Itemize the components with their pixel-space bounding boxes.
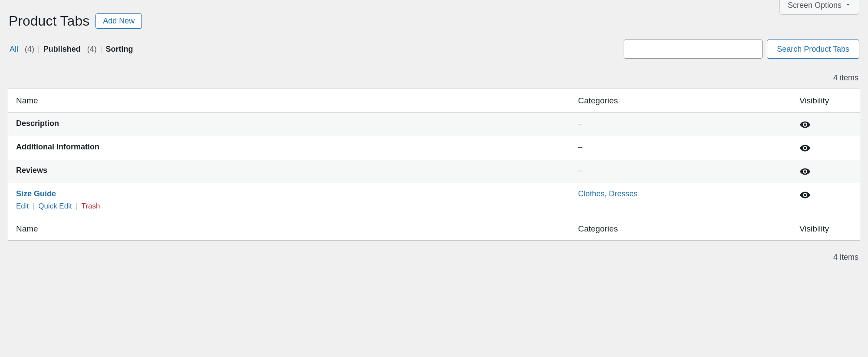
cell-name: Size GuideEdit | Quick Edit | Trash bbox=[8, 183, 570, 217]
eye-icon[interactable] bbox=[799, 119, 852, 130]
column-footer-visibility: Visibility bbox=[792, 217, 860, 241]
filter-count-all: (4) bbox=[25, 45, 34, 53]
table-row: Additional Information– bbox=[8, 136, 860, 160]
column-footer-name: Name bbox=[8, 217, 570, 241]
status-filter-links: All (4) | Published (4) | Sorting bbox=[10, 45, 133, 54]
search-box: Search Product Tabs bbox=[624, 40, 859, 59]
column-header-name[interactable]: Name bbox=[8, 89, 570, 113]
cell-categories: – bbox=[570, 136, 792, 160]
row-action-quick-edit[interactable]: Quick Edit bbox=[38, 202, 72, 210]
row-actions: Edit | Quick Edit | Trash bbox=[16, 202, 562, 211]
table-row: Reviews– bbox=[8, 160, 860, 183]
category-link[interactable]: Clothes, Dresses bbox=[578, 189, 638, 198]
eye-icon[interactable] bbox=[799, 166, 852, 177]
add-new-button[interactable]: Add New bbox=[95, 13, 142, 29]
filter-count-published: (4) bbox=[87, 45, 97, 53]
row-title: Description bbox=[16, 119, 59, 128]
page-title: Product Tabs bbox=[9, 13, 89, 29]
separator: | bbox=[100, 45, 102, 54]
row-title: Reviews bbox=[16, 166, 47, 175]
category-text: – bbox=[578, 142, 582, 151]
table-row: Size GuideEdit | Quick Edit | TrashCloth… bbox=[8, 183, 860, 217]
eye-icon[interactable] bbox=[799, 142, 852, 154]
filter-link-published[interactable]: Published bbox=[43, 45, 81, 53]
row-title-link[interactable]: Size Guide bbox=[16, 189, 56, 198]
table-row: Description– bbox=[8, 113, 860, 136]
screen-options-label: Screen Options bbox=[788, 1, 842, 10]
cell-name: Additional Information bbox=[8, 136, 570, 160]
caret-down-icon bbox=[845, 1, 851, 10]
column-footer-categories: Categories bbox=[570, 217, 792, 241]
row-title: Additional Information bbox=[16, 142, 99, 151]
screen-options-button[interactable]: Screen Options bbox=[779, 0, 859, 15]
filter-link-sorting[interactable]: Sorting bbox=[106, 45, 133, 54]
cell-categories: Clothes, Dresses bbox=[570, 183, 792, 217]
row-action-trash[interactable]: Trash bbox=[82, 202, 100, 210]
cell-visibility bbox=[792, 113, 860, 136]
search-button[interactable]: Search Product Tabs bbox=[767, 40, 859, 59]
cell-visibility bbox=[792, 160, 860, 183]
separator: | bbox=[74, 202, 80, 210]
column-header-visibility[interactable]: Visibility bbox=[792, 89, 860, 113]
cell-visibility bbox=[792, 136, 860, 160]
cell-categories: – bbox=[570, 160, 792, 183]
cell-visibility bbox=[792, 183, 860, 217]
cell-categories: – bbox=[570, 113, 792, 136]
cell-name: Reviews bbox=[8, 160, 570, 183]
cell-name: Description bbox=[8, 113, 570, 136]
category-text: – bbox=[578, 166, 582, 175]
items-count-bottom: 4 items bbox=[0, 250, 868, 262]
product-tabs-table: Name Categories Visibility Description–A… bbox=[8, 89, 860, 241]
filter-link-all[interactable]: All bbox=[10, 45, 18, 53]
search-input[interactable] bbox=[624, 40, 763, 59]
column-header-categories[interactable]: Categories bbox=[570, 89, 792, 113]
separator: | bbox=[38, 45, 40, 54]
row-action-edit[interactable]: Edit bbox=[16, 202, 29, 210]
separator: | bbox=[30, 202, 36, 210]
eye-icon[interactable] bbox=[799, 189, 852, 201]
category-text: – bbox=[578, 119, 582, 128]
items-count-top: 4 items bbox=[0, 71, 868, 83]
